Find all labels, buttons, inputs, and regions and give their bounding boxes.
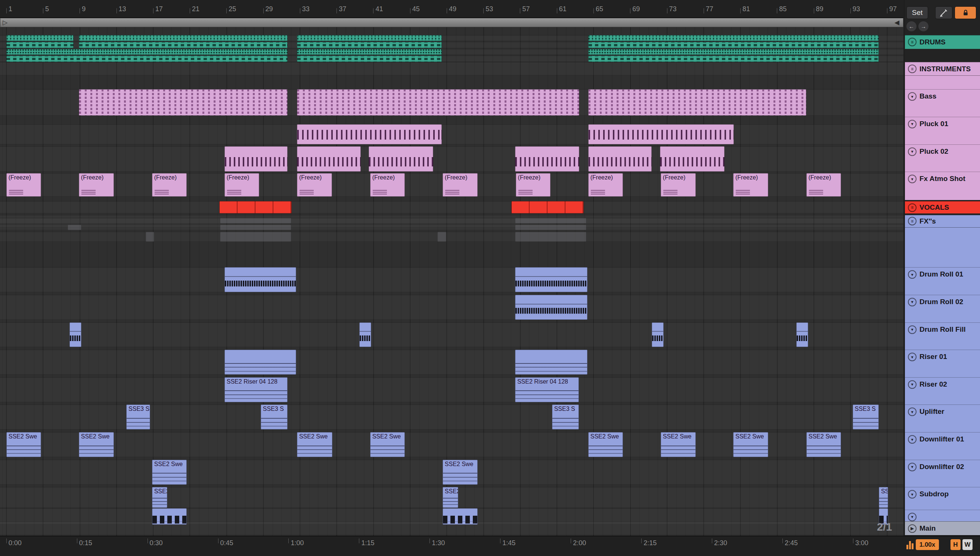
track-row-partial[interactable]: ▾	[905, 510, 980, 522]
lane-riser-02[interactable]: SSE2 Riser 04 128SSE2 Riser 04 128	[0, 377, 904, 402]
clip-fx-muted-2[interactable]	[515, 225, 586, 230]
chevron-down-icon[interactable]: ▾	[908, 380, 917, 389]
clip-fx-muted-2[interactable]	[68, 225, 81, 230]
lane-instruments-group-lane[interactable]	[0, 62, 904, 76]
clip-pluck-02[interactable]	[588, 146, 652, 172]
chevron-down-icon[interactable]: ▾	[908, 120, 917, 128]
clip-fx-atmo-shot[interactable]: (Freeze)	[370, 173, 405, 197]
clip-pluck-01[interactable]	[588, 124, 734, 144]
track-header-instruments[interactable]: ≡INSTRUMENTS	[905, 62, 980, 76]
clip-drums-lane-1[interactable]	[79, 35, 288, 41]
track-row-pluck-02[interactable]: ▾Pluck 02	[905, 144, 980, 172]
clip-fx-atmo-shot[interactable]: (Freeze)	[442, 173, 478, 197]
lane-fx-muted-2[interactable]	[0, 225, 904, 230]
chevron-down-icon[interactable]: ▾	[908, 513, 917, 521]
chevron-down-icon[interactable]: ▾	[908, 463, 917, 471]
track-row-drum-roll-02[interactable]: ▾Drum Roll 02	[905, 295, 980, 322]
track-row-fx-atmo-shot[interactable]: ▾Fx Atmo Shot	[905, 172, 980, 200]
zoom-level-display[interactable]: 1.00x	[916, 539, 939, 550]
clip-pluck-02[interactable]	[224, 146, 288, 172]
clip-subdrop[interactable]: SSE	[879, 487, 888, 508]
chevron-down-icon[interactable]: ▾	[908, 147, 917, 156]
clip-drums-lane-4[interactable]	[588, 56, 879, 62]
clip-downlifter-02[interactable]: SSE2 Swe	[442, 460, 478, 485]
width-zoom-button[interactable]: W	[962, 539, 972, 550]
lane-fx-muted-3[interactable]	[0, 232, 904, 242]
chevron-down-icon[interactable]: ▾	[908, 270, 917, 279]
clip-drum-roll-02[interactable]	[515, 295, 588, 320]
chevron-down-icon[interactable]: ▾	[908, 298, 917, 306]
clip-vocals[interactable]	[511, 201, 584, 213]
clip-fx-atmo-shot[interactable]: (Freeze)	[224, 173, 259, 197]
chevron-down-icon[interactable]: ▾	[908, 92, 917, 101]
clip-fx-atmo-shot[interactable]: (Freeze)	[6, 173, 42, 197]
track-row-downlifter-01[interactable]: ▾Downlifter 01	[905, 432, 980, 460]
lane-drums-lane-3[interactable]	[0, 49, 904, 55]
lane-bass[interactable]	[0, 89, 904, 115]
clip-fx-atmo-shot[interactable]: (Freeze)	[152, 173, 187, 197]
clip-drum-roll-01[interactable]	[515, 267, 588, 292]
clip-bass[interactable]	[297, 89, 579, 115]
lane-pluck-02[interactable]	[0, 146, 904, 172]
clip-pluck-02[interactable]	[369, 146, 433, 172]
lane-drum-roll-fill[interactable]	[0, 322, 904, 348]
clip-riser-02[interactable]: SSE2 Riser 04 128	[515, 377, 579, 402]
clip-drums-lane-2[interactable]	[297, 42, 442, 48]
clip-subdrop[interactable]: SSE2	[152, 487, 168, 508]
clip-fx-muted-1[interactable]	[515, 218, 586, 223]
clip-fx-atmo-shot[interactable]: (Freeze)	[297, 173, 332, 197]
clip-fx-muted-3[interactable]	[146, 232, 154, 242]
clip-fx-muted-2[interactable]	[220, 225, 291, 230]
clip-drums-lane-1[interactable]	[6, 35, 74, 41]
track-header-vocals[interactable]: ≡VOCALS	[905, 201, 980, 213]
track-row-uplifter[interactable]: ▾Uplifter	[905, 404, 980, 432]
lane-downlifter-01[interactable]: SSE2 SweSSE2 SweSSE2 SweSSE2 SweSSE2 Swe…	[0, 432, 904, 457]
track-header-fxs[interactable]: ≡FX''s	[905, 215, 980, 227]
clip-downlifter-01[interactable]: SSE2 Swe	[588, 432, 623, 457]
clip-drum-roll-fill[interactable]	[359, 322, 371, 348]
chevron-down-icon[interactable]: ▾	[908, 175, 917, 183]
group-fold-icon[interactable]: ≡	[908, 65, 917, 73]
clip-drums-lane-1[interactable]	[588, 35, 879, 41]
clip-pluck-01[interactable]	[297, 124, 442, 144]
clip-bass[interactable]	[79, 89, 288, 115]
clip-uplifter[interactable]: SSE3 S	[126, 404, 150, 430]
clip-drum-roll-01[interactable]	[224, 267, 296, 292]
lane-uplifter[interactable]: SSE3 SSSE3 SSSE3 SSSE3 S	[0, 404, 904, 430]
clip-drums-lane-2[interactable]	[588, 42, 879, 48]
track-header-drums[interactable]: ≡DRUMS	[905, 35, 980, 49]
clip-fx-atmo-shot[interactable]: (Freeze)	[516, 173, 551, 197]
clip-fx-atmo-shot[interactable]: (Freeze)	[806, 173, 841, 197]
chevron-down-icon[interactable]: ▾	[908, 435, 917, 444]
lane-fx-muted-1[interactable]	[0, 218, 904, 223]
lane-drums-lane-4[interactable]	[0, 56, 904, 62]
clip-downlifter-01[interactable]: SSE2 Swe	[733, 432, 768, 457]
clip-pluck-02[interactable]	[297, 146, 361, 172]
clip-fx-muted-3[interactable]	[515, 232, 586, 242]
clip-riser-01[interactable]	[515, 350, 588, 375]
clip-fx-atmo-shot[interactable]: (Freeze)	[733, 173, 768, 197]
clip-fx-atmo-shot[interactable]: (Freeze)	[79, 173, 114, 197]
clip-riser-01[interactable]	[224, 350, 296, 375]
clip-drums-lane-2[interactable]	[79, 42, 288, 48]
height-zoom-button[interactable]: H	[951, 539, 961, 550]
clip-drums-lane-2[interactable]	[6, 42, 74, 48]
clip-fx-muted-3[interactable]	[437, 232, 446, 242]
chevron-down-icon[interactable]: ▾	[908, 407, 917, 416]
clip-fx-atmo-shot[interactable]: (Freeze)	[588, 173, 623, 197]
chevron-down-icon[interactable]: ▾	[908, 325, 917, 334]
clip-downlifter-01[interactable]: SSE2 Swe	[370, 432, 405, 457]
track-row-riser-01[interactable]: ▾Riser 01	[905, 350, 980, 377]
clip-pluck-02[interactable]	[515, 146, 579, 172]
clip-bass[interactable]	[588, 89, 806, 115]
play-icon[interactable]: ▶	[908, 524, 917, 533]
clip-downlifter-01[interactable]: SSE2 Swe	[806, 432, 841, 457]
group-fold-icon[interactable]: ≡	[908, 38, 917, 46]
track-row-drum-roll-fill[interactable]: ▾Drum Roll Fill	[905, 322, 980, 350]
lane-drums-lane-1[interactable]	[0, 35, 904, 41]
clip-uplifter[interactable]: SSE3 S	[853, 404, 879, 430]
clip-riser-02[interactable]: SSE2 Riser 04 128	[224, 377, 288, 402]
track-row-bass[interactable]: ▾Bass	[905, 89, 980, 117]
track-row-drum-roll-01[interactable]: ▾Drum Roll 01	[905, 267, 980, 295]
clip-pluck-02[interactable]	[660, 146, 724, 172]
